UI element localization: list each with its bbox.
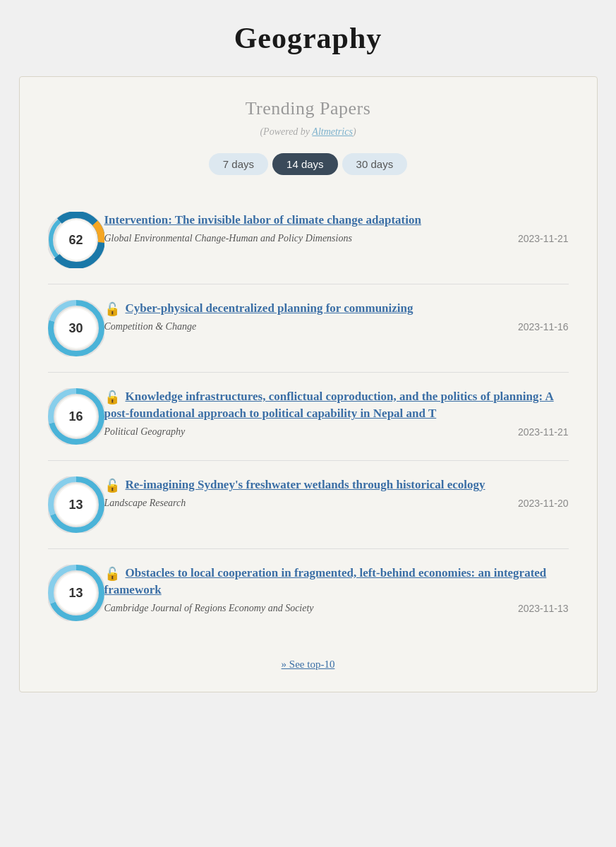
page-title: Geography	[234, 21, 382, 55]
table-row: 13 🔓 Obstacles to local cooperation in f…	[48, 549, 569, 637]
paper-content: 🔓 Re-imagining Sydney's freshwater wetla…	[104, 476, 569, 509]
paper-title-link[interactable]: Knowledge infrastructures, conflictual c…	[104, 390, 554, 420]
open-access-icon: 🔓	[104, 302, 120, 316]
paper-date: 2023-11-21	[518, 233, 569, 244]
altmetric-score: 16	[68, 409, 83, 424]
paper-date: 2023-11-20	[518, 498, 569, 509]
filter-30days[interactable]: 30 days	[342, 153, 408, 175]
paper-title-link[interactable]: Re-imagining Sydney's freshwater wetland…	[126, 478, 485, 491]
filter-14days[interactable]: 14 days	[272, 153, 338, 175]
trending-card: Trending Papers (Powered by Altmetrics) …	[19, 76, 598, 692]
filter-7days[interactable]: 7 days	[209, 153, 268, 175]
paper-date: 2023-11-21	[518, 426, 569, 438]
paper-journal: Cambridge Journal of Regions Economy and…	[104, 603, 314, 614]
day-filters: 7 days 14 days 30 days	[48, 153, 569, 175]
paper-content: Intervention: The invisible labor of cli…	[104, 212, 569, 244]
paper-date: 2023-11-16	[518, 321, 569, 332]
paper-meta: Global Environmental Change-Human and Po…	[104, 233, 569, 244]
paper-journal: Landscape Research	[104, 498, 186, 509]
altmetrics-link[interactable]: Altmetrics	[312, 126, 353, 137]
altmetric-score: 30	[68, 321, 83, 336]
paper-meta: Landscape Research 2023-11-20	[104, 498, 569, 509]
paper-meta: Cambridge Journal of Regions Economy and…	[104, 603, 569, 614]
paper-title-link[interactable]: Cyber-physical decentralized planning fo…	[126, 301, 413, 315]
altmetric-score: 13	[68, 498, 83, 512]
paper-journal: Political Geography	[104, 426, 186, 438]
see-top-link[interactable]: » See top-10	[282, 659, 335, 670]
open-access-icon: 🔓	[104, 567, 120, 581]
table-row: 13 🔓 Re-imagining Sydney's freshwater we…	[48, 461, 569, 549]
paper-meta: Competition & Change 2023-11-16	[104, 321, 569, 332]
table-row: 30 🔓 Cyber-physical decentralized planni…	[48, 284, 569, 373]
table-row: 62 Intervention: The invisible labor of …	[48, 196, 569, 284]
paper-date: 2023-11-13	[518, 603, 569, 614]
powered-by: (Powered by Altmetrics)	[48, 126, 569, 138]
altmetric-score: 62	[68, 233, 83, 248]
table-row: 16 🔓 Knowledge infrastructures, conflict…	[48, 373, 569, 461]
paper-journal: Competition & Change	[104, 321, 197, 332]
open-access-icon: 🔓	[104, 390, 120, 404]
altmetric-badge: 30	[48, 300, 104, 356]
papers-list: 62 Intervention: The invisible labor of …	[48, 196, 569, 637]
trending-heading: Trending Papers	[48, 98, 569, 119]
paper-title-link[interactable]: Obstacles to local cooperation in fragme…	[104, 566, 547, 596]
altmetric-badge: 13	[48, 565, 104, 621]
paper-journal: Global Environmental Change-Human and Po…	[104, 233, 352, 244]
altmetric-badge: 62	[48, 212, 104, 268]
altmetric-score: 13	[68, 586, 83, 601]
altmetric-badge: 16	[48, 388, 104, 445]
paper-title-link[interactable]: Intervention: The invisible labor of cli…	[104, 213, 421, 227]
see-top-section: » See top-10	[48, 651, 569, 671]
paper-content: 🔓 Obstacles to local cooperation in frag…	[104, 565, 569, 614]
open-access-icon: 🔓	[104, 479, 120, 493]
paper-content: 🔓 Cyber-physical decentralized planning …	[104, 300, 569, 332]
altmetric-badge: 13	[48, 476, 104, 533]
paper-content: 🔓 Knowledge infrastructures, conflictual…	[104, 388, 569, 438]
paper-meta: Political Geography 2023-11-21	[104, 426, 569, 438]
